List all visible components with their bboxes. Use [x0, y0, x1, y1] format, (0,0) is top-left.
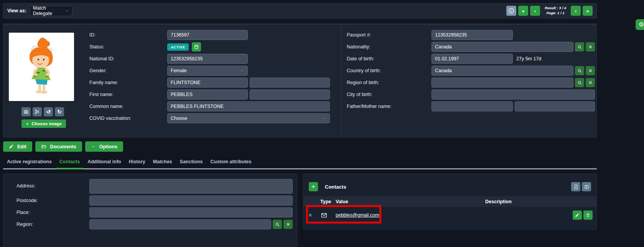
first-page-button[interactable]: «: [518, 6, 528, 16]
last-page-button[interactable]: »: [583, 6, 593, 16]
common-name-input[interactable]: [167, 101, 330, 111]
take-photo-button[interactable]: [21, 107, 31, 116]
nationality-search-button[interactable]: [575, 42, 584, 51]
passport-input[interactable]: [432, 30, 513, 40]
edit-contact-button[interactable]: [573, 211, 582, 220]
tab-active-registrations[interactable]: Active registrations: [3, 157, 56, 168]
status-history-button[interactable]: [192, 42, 201, 51]
status-badge: ACTIVE: [167, 43, 189, 51]
result-line: Result : 3 / 4: [545, 6, 566, 11]
rotate-left-button[interactable]: ↺: [44, 107, 53, 116]
region-search-button[interactable]: [273, 220, 282, 229]
country-of-birth-input[interactable]: [432, 66, 573, 76]
covid-vaccination-label: COVID vaccination:: [86, 116, 167, 121]
region-of-birth-clear-button[interactable]: ×: [586, 78, 595, 87]
redo-icon: ↻: [57, 109, 62, 115]
address-panel: Address: Postcode: Place: Region: ×: [3, 174, 297, 247]
plus-icon: +: [311, 183, 315, 190]
info-circle-icon: [508, 8, 514, 14]
father-mother-label: Father/Mother name:: [347, 104, 432, 109]
status-label: Status:: [86, 44, 167, 50]
country-of-birth-search-button[interactable]: [575, 66, 584, 75]
chevron-down-icon: [62, 9, 69, 12]
region-of-birth-search-button[interactable]: [575, 78, 584, 87]
family-name-input[interactable]: [167, 78, 248, 88]
chevron-down-icon: [322, 117, 326, 120]
identity-form: ID: Status: ACTIVE National ID: Gender:: [86, 30, 341, 123]
tab-matches[interactable]: Matches: [149, 157, 176, 168]
tab-history[interactable]: History: [125, 157, 149, 168]
crop-photo-button[interactable]: [33, 107, 42, 116]
postcode-input[interactable]: [89, 196, 293, 206]
address-input[interactable]: [89, 179, 293, 194]
search-icon: [577, 80, 582, 85]
region-clear-button[interactable]: ×: [283, 220, 293, 229]
common-name-label: Common name:: [86, 104, 167, 109]
chevron-down-icon: [240, 69, 244, 72]
gender-select[interactable]: Female: [167, 66, 248, 76]
region-input[interactable]: [89, 219, 271, 229]
id-input[interactable]: [167, 30, 248, 40]
topbar: View as: Match Delegate « ‹ Result : 3 /…: [3, 3, 597, 18]
national-id-input[interactable]: [167, 54, 248, 64]
region-of-birth-input[interactable]: [432, 78, 573, 88]
value-column-header: Value: [336, 199, 485, 204]
pebbles-cartoon-image: [17, 36, 66, 98]
close-icon: ×: [287, 221, 290, 227]
nationality-input[interactable]: [432, 42, 573, 52]
field-row-city-of-birth: City of birth:: [347, 90, 597, 99]
options-button[interactable]: Options: [85, 141, 123, 152]
first-name-input[interactable]: [167, 90, 248, 99]
first-name-alt-input[interactable]: [250, 90, 330, 99]
info-button[interactable]: [506, 6, 516, 16]
nationality-label: Nationality:: [347, 44, 432, 50]
folder-icon: [41, 144, 47, 149]
field-row-first-name: First name:: [86, 90, 341, 99]
tab-contacts[interactable]: Contacts: [56, 157, 84, 168]
contacts-toolbar: [571, 182, 591, 191]
chevrons-right-icon: »: [586, 8, 589, 14]
edit-button[interactable]: Edit: [3, 141, 32, 152]
contact-email-link[interactable]: pebbles@gmail.com: [336, 212, 485, 218]
view-as-label: View as:: [7, 8, 26, 13]
contacts-header: + Contacts: [303, 174, 596, 191]
field-row-nationality: Nationality: ×: [347, 42, 597, 52]
previous-page-button[interactable]: ‹: [530, 6, 540, 16]
page-line: Page: 1 / 1: [545, 11, 566, 16]
field-row-family-name: Family name:: [86, 78, 341, 88]
columns-button[interactable]: [582, 182, 591, 191]
type-column-header: Type: [320, 199, 336, 204]
result-counter: Result : 3 / 4 Page: 1 / 1: [545, 6, 566, 16]
tab-sanctions[interactable]: Sanctions: [176, 157, 207, 168]
settings-gear-button[interactable]: ⚙: [636, 19, 644, 30]
nationality-clear-button[interactable]: ×: [586, 42, 595, 51]
photo-toolbar: ↺ ↻: [21, 107, 64, 116]
place-input[interactable]: [89, 207, 293, 217]
covid-vaccination-select[interactable]: Choose: [167, 113, 330, 123]
date-of-birth-input[interactable]: [432, 54, 513, 64]
chevron-down-icon: [91, 145, 96, 148]
field-row-place: Place:: [16, 207, 297, 217]
country-of-birth-clear-button[interactable]: ×: [586, 66, 595, 75]
tab-custom-attributes[interactable]: Custom attributes: [207, 157, 255, 168]
gender-selected-value: Female: [171, 68, 187, 73]
tab-additional-info[interactable]: Additional info: [84, 157, 125, 168]
address-label: Address:: [16, 179, 89, 189]
rotate-right-button[interactable]: ↻: [55, 107, 64, 116]
choose-image-button[interactable]: + Choose image: [21, 119, 66, 128]
view-as-select[interactable]: Match Delegate: [30, 6, 72, 16]
next-page-button[interactable]: ›: [571, 6, 581, 16]
trash-icon: [586, 213, 590, 218]
export-file-button[interactable]: [571, 182, 580, 191]
close-icon: ×: [589, 44, 592, 50]
add-contact-button[interactable]: +: [309, 182, 318, 191]
father-name-input[interactable]: [432, 101, 513, 111]
documents-button[interactable]: Documents: [35, 141, 82, 152]
mother-name-input[interactable]: [515, 101, 595, 111]
city-of-birth-input[interactable]: [432, 90, 595, 99]
field-row-country-of-birth: Country of birth: ×: [347, 66, 597, 76]
delete-contact-button[interactable]: [583, 211, 593, 220]
family-name-alt-input[interactable]: [250, 78, 330, 88]
passport-label: Passport #:: [347, 32, 432, 38]
drag-handle-icon[interactable]: ≡: [309, 212, 320, 218]
